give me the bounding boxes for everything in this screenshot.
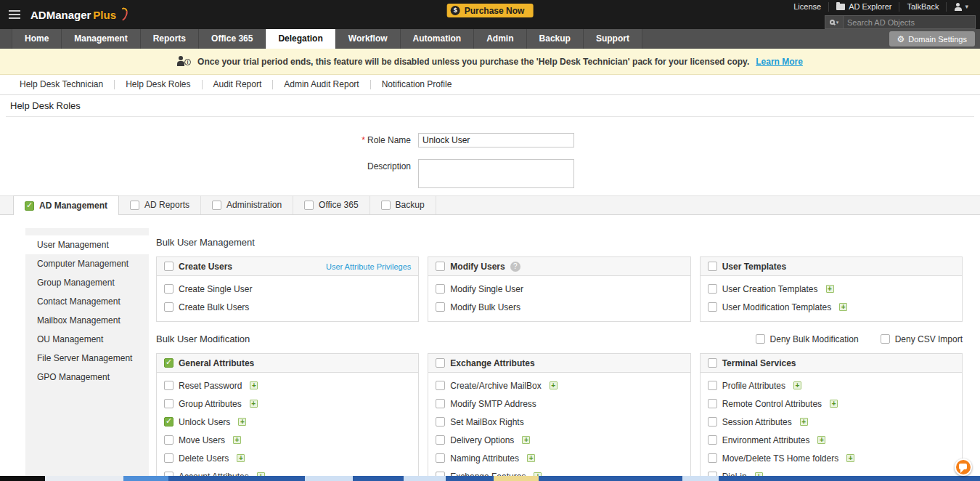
subnav-admin-audit-report[interactable]: Admin Audit Report	[273, 80, 370, 89]
checkbox-backup[interactable]	[381, 201, 391, 210]
checkbox-environment-attributes[interactable]	[708, 435, 717, 445]
expand-plus-icon[interactable]	[826, 285, 834, 293]
role-name-input[interactable]	[418, 133, 574, 147]
learn-more-link[interactable]: Learn More	[756, 57, 803, 67]
expand-plus-icon[interactable]	[237, 454, 245, 462]
expand-plus-icon[interactable]	[793, 381, 801, 389]
nav-tab-admin[interactable]: Admin	[474, 29, 526, 49]
expand-plus-icon[interactable]	[839, 303, 847, 311]
checkbox-move-delete-ts-home-folders[interactable]	[708, 453, 717, 463]
nav-tab-office-365[interactable]: Office 365	[199, 29, 266, 49]
expand-plus-icon[interactable]	[800, 418, 808, 426]
talkback-link[interactable]: TalkBack	[899, 2, 946, 12]
checkbox-deny-csv-import[interactable]	[881, 334, 890, 344]
panel-title: Create Users	[179, 262, 232, 272]
search-scope-dropdown[interactable]: ▾	[825, 15, 843, 29]
expand-plus-icon[interactable]	[527, 454, 535, 462]
checkbox-session-attributes[interactable]	[708, 417, 717, 427]
category-tab-backup[interactable]: Backup	[370, 195, 436, 214]
checkbox-user-modification-templates[interactable]	[708, 302, 717, 312]
deny-check-deny-bulk-modification[interactable]: Deny Bulk Modification	[756, 334, 859, 344]
checkbox-group-attributes[interactable]	[164, 399, 173, 408]
sidebar-item-computer-management[interactable]: Computer Management	[25, 254, 149, 273]
subnav-audit-report[interactable]: Audit Report	[203, 80, 274, 89]
nav-tab-management[interactable]: Management	[62, 29, 140, 49]
nav-tab-reports[interactable]: Reports	[141, 29, 199, 49]
sidebar-item-gpo-management[interactable]: GPO Management	[25, 368, 149, 387]
panel-general-attributes: General AttributesReset PasswordGroup At…	[156, 353, 419, 481]
sidebar-item-mailbox-management[interactable]: Mailbox Management	[25, 311, 149, 330]
nav-tab-home[interactable]: Home	[12, 29, 62, 49]
description-field[interactable]	[418, 159, 574, 188]
search-input[interactable]	[843, 15, 976, 29]
user-menu[interactable]: ▾	[946, 2, 976, 12]
checkbox-ad-management[interactable]	[25, 201, 34, 211]
subnav-help-desk-roles[interactable]: Help Desk Roles	[115, 80, 202, 89]
nav-tab-workflow[interactable]: Workflow	[336, 29, 401, 49]
checkbox-create-users[interactable]	[164, 262, 173, 271]
nav-tab-automation[interactable]: Automation	[401, 29, 475, 49]
expand-plus-icon[interactable]	[817, 436, 825, 444]
help-icon[interactable]	[510, 262, 520, 272]
checkbox-naming-attributes[interactable]	[436, 453, 445, 463]
checkbox-ad-reports[interactable]	[130, 201, 139, 210]
checkbox-unlock-users[interactable]	[164, 417, 173, 427]
checkbox-terminal-services[interactable]	[708, 358, 717, 368]
checkbox-modify-bulk-users[interactable]	[436, 302, 445, 312]
expand-plus-icon[interactable]	[522, 436, 530, 444]
nav-tab-support[interactable]: Support	[584, 29, 642, 49]
panel-title: Terminal Services	[722, 358, 796, 368]
category-tab-ad-reports[interactable]: AD Reports	[119, 195, 201, 214]
category-tab-ad-management[interactable]: AD Management	[13, 195, 119, 215]
expand-plus-icon[interactable]	[233, 436, 241, 444]
expand-plus-icon[interactable]	[250, 400, 258, 408]
user-icon	[954, 3, 963, 11]
expand-plus-icon[interactable]	[250, 381, 258, 389]
sidebar-item-user-management[interactable]: User Management	[25, 235, 149, 254]
nav-tab-backup[interactable]: Backup	[527, 29, 584, 49]
subnav-help-desk-technician[interactable]: Help Desk Technician	[9, 80, 115, 89]
checkbox-user-templates[interactable]	[708, 262, 717, 271]
expand-plus-icon[interactable]	[830, 400, 838, 408]
deny-check-deny-csv-import[interactable]: Deny CSV Import	[881, 334, 963, 344]
checkbox-deny-bulk-modification[interactable]	[756, 334, 765, 344]
checkbox-office-365[interactable]	[304, 201, 314, 210]
sidebar-item-group-management[interactable]: Group Management	[25, 273, 149, 292]
checkbox-modify-smtp-address[interactable]	[436, 399, 445, 408]
license-link[interactable]: License	[786, 2, 828, 12]
expand-plus-icon[interactable]	[846, 454, 854, 462]
checkbox-delivery-options[interactable]	[436, 435, 445, 445]
checkbox-create-bulk-users[interactable]	[164, 302, 173, 312]
sidebar-item-ou-management[interactable]: OU Management	[25, 330, 149, 349]
panel-terminal-services: Terminal ServicesProfile AttributesRemot…	[700, 353, 963, 481]
expand-plus-icon[interactable]	[238, 418, 246, 426]
checkbox-modify-users[interactable]	[436, 262, 445, 271]
checkbox-profile-attributes[interactable]	[708, 381, 717, 390]
domain-settings-button[interactable]: ⚙ Domain Settings	[889, 31, 975, 47]
chat-support-fab[interactable]	[955, 458, 972, 476]
category-tab-administration[interactable]: Administration	[201, 195, 293, 214]
checkbox-create-archive-mailbox[interactable]	[436, 381, 445, 390]
checkbox-modify-single-user[interactable]	[436, 284, 445, 294]
permission-label: Create Bulk Users	[179, 302, 249, 312]
sidebar-item-file-server-management[interactable]: File Server Management	[25, 349, 149, 368]
checkbox-move-users[interactable]	[164, 435, 173, 445]
hamburger-menu-icon[interactable]	[9, 10, 20, 19]
purchase-now-button[interactable]: Purchase Now	[447, 4, 534, 17]
subnav-notification-profile[interactable]: Notification Profile	[371, 80, 463, 89]
ad-explorer-link[interactable]: AD Explorer	[828, 2, 899, 12]
sidebar-item-contact-management[interactable]: Contact Management	[25, 292, 149, 311]
user-attribute-privileges-link[interactable]: User Attribute Privileges	[326, 262, 411, 271]
checkbox-reset-password[interactable]	[164, 381, 173, 390]
checkbox-administration[interactable]	[212, 201, 221, 210]
nav-tab-delegation[interactable]: Delegation	[266, 29, 335, 49]
checkbox-remote-control-attributes[interactable]	[708, 399, 717, 408]
checkbox-delete-users[interactable]	[164, 453, 173, 463]
checkbox-create-single-user[interactable]	[164, 284, 173, 294]
checkbox-exchange-attributes[interactable]	[436, 358, 445, 368]
category-tab-office-365[interactable]: Office 365	[293, 195, 369, 214]
expand-plus-icon[interactable]	[550, 381, 558, 389]
checkbox-general-attributes[interactable]	[164, 358, 173, 368]
checkbox-user-creation-templates[interactable]	[708, 284, 717, 294]
checkbox-set-mailbox-rights[interactable]	[436, 417, 445, 427]
